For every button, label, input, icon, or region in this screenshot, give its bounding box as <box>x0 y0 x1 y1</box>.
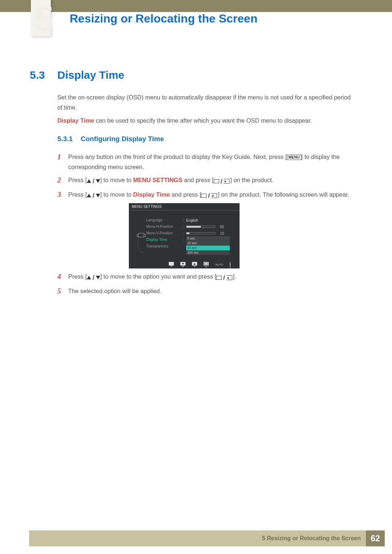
osd-curve-decor <box>138 239 144 253</box>
osd-item-transparency: Transparency <box>146 243 183 250</box>
subsection-number: 5.3.1 <box>57 135 73 143</box>
enter-source-icon: / <box>216 272 233 283</box>
display-time-emphasis: Display Time <box>133 191 170 198</box>
menu-key-icon: MENU <box>287 155 301 160</box>
step-number: 2 <box>57 175 68 186</box>
footer-chapter-ref: 5 Resizing or Relocating the Screen <box>262 535 361 542</box>
step-body: The selected option will be applied. <box>68 286 355 296</box>
enter-source-icon: / <box>201 190 218 201</box>
osd-menu-v-value: 10 <box>217 231 224 235</box>
osd-enter-icon <box>204 262 209 267</box>
up-down-icon: / <box>87 190 100 201</box>
step-number: 1 <box>57 152 68 172</box>
osd-option-10sec: 10 sec <box>186 241 230 246</box>
section-title: Display Time <box>57 69 124 81</box>
osd-option-200sec: 200 sec <box>186 250 230 255</box>
osd-power-icon <box>230 263 230 267</box>
step-body: Press [/] to move to the option you want… <box>68 271 355 283</box>
osd-down-icon <box>180 262 185 267</box>
footer-bar: 5 Resizing or Relocating the Screen 62 <box>29 530 385 546</box>
osd-option-5sec: 5 sec <box>186 236 230 241</box>
subsection-title: Configuring Display Time <box>81 135 164 143</box>
intro-paragraph-1: Set the on-screen display (OSD) menu to … <box>57 92 355 112</box>
osd-back-icon <box>169 262 174 267</box>
osd-display-time-dropdown: 5 sec 10 sec 20 sec 200 sec <box>186 236 230 255</box>
osd-language-value: English <box>186 218 198 222</box>
osd-menu-h-slider: 50 <box>186 225 224 229</box>
monitor-adjust-icon <box>138 233 144 237</box>
step-number: 4 <box>57 271 68 283</box>
footer-page-number: 62 <box>366 530 385 546</box>
up-down-icon: / <box>87 176 100 186</box>
osd-title: MENU SETTINGS <box>129 203 240 210</box>
step-body: Press [/] to move to Display Time and pr… <box>68 189 355 201</box>
osd-item-display-time: Display Time <box>146 237 183 243</box>
osd-menu-h-value: 50 <box>217 225 224 229</box>
osd-option-20sec: 20 sec <box>186 246 230 250</box>
intro-rest: can be used to specify the time after wh… <box>94 117 312 124</box>
step-1: 1 Press any button on the front of the p… <box>57 152 355 172</box>
osd-item-language: Language <box>146 217 183 223</box>
steps-list-continued: 4 Press [/] to move to the option you wa… <box>57 271 355 299</box>
step-number: 5 <box>57 286 68 296</box>
step-2: 2 Press [/] to move to MENU SETTINGS and… <box>57 175 355 186</box>
osd-body: Language Menu H-Position Menu V-Position… <box>129 213 240 260</box>
osd-auto-label: AUTO <box>215 263 223 266</box>
enter-source-icon: / <box>214 176 230 186</box>
up-down-icon: / <box>87 272 100 283</box>
chapter-number: 5 <box>34 2 52 37</box>
osd-button-bar: AUTO <box>169 262 230 267</box>
osd-value-column: :English : 50 : 10 : 5 sec 10 sec 20 sec… <box>183 213 237 260</box>
menu-settings-emphasis: MENU SETTINGS <box>133 177 183 183</box>
section-number: 5.3 <box>30 69 45 81</box>
osd-item-list: Language Menu H-Position Menu V-Position… <box>146 213 183 260</box>
step-number: 3 <box>57 189 68 201</box>
step-5: 5 The selected option will be applied. <box>57 286 355 296</box>
osd-divider <box>129 210 240 210</box>
step-3: 3 Press [/] to move to Display Time and … <box>57 189 355 201</box>
osd-screenshot: MENU SETTINGS Language Menu H-Position M… <box>129 203 240 268</box>
intro-emphasis: Display Time <box>57 117 94 124</box>
osd-up-icon <box>192 262 197 267</box>
step-body: Press any button on the front of the pro… <box>68 152 355 172</box>
top-accent-bar <box>0 0 392 12</box>
chapter-title: Resizing or Relocating the Screen <box>70 12 257 25</box>
step-body: Press [/] to move to MENU SETTINGS and p… <box>68 175 355 186</box>
intro-paragraph-2: Display Time can be used to specify the … <box>57 115 355 126</box>
osd-icon-column <box>136 213 146 260</box>
osd-menu-v-slider: 10 <box>186 231 224 235</box>
steps-list: 1 Press any button on the front of the p… <box>57 152 355 204</box>
step-4: 4 Press [/] to move to the option you wa… <box>57 271 355 283</box>
osd-item-menu-h: Menu H-Position <box>146 223 183 230</box>
osd-item-menu-v: Menu V-Position <box>146 230 183 237</box>
